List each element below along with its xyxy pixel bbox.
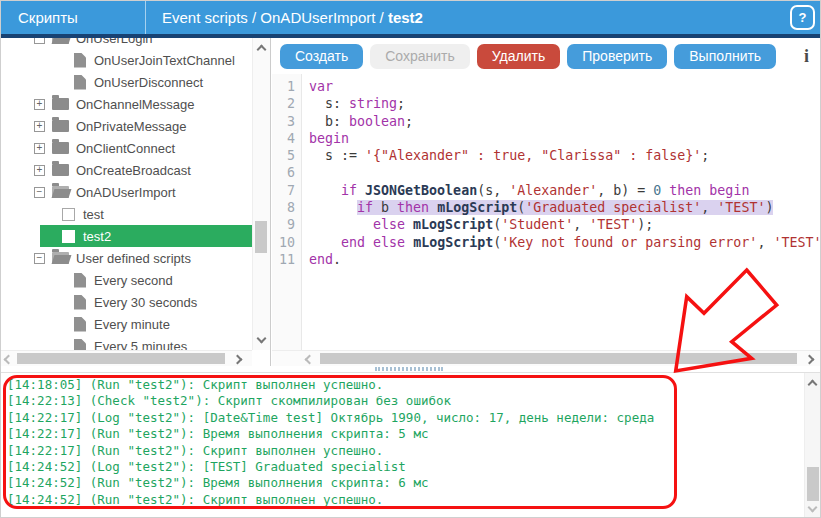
tree-item-onchannelmessage[interactable]: OnChannelMessage — [0, 93, 252, 115]
tree-item-anchor: test2 — [40, 225, 252, 247]
tree-vscroll-thumb[interactable] — [255, 221, 267, 253]
file-icon — [74, 75, 86, 90]
code-line: s := '{"Alexander" : true, "Clarissa" : … — [309, 147, 821, 164]
breadcrumb-path: Event scripts / OnADUserImport / — [162, 9, 388, 26]
log-line: [14:24:52] (Log "test2"): [TEST] Graduat… — [7, 459, 801, 475]
file-icon — [74, 317, 86, 332]
expander-icon[interactable] — [34, 99, 45, 110]
code-line: end else mLogScript('Key not found or pa… — [309, 234, 821, 251]
editor-panel: СоздатьСохранитьУдалитьПроверитьВыполнит… — [272, 38, 821, 366]
scroll-down-icon[interactable] — [808, 503, 818, 513]
scroll-left-icon[interactable] — [4, 355, 14, 365]
header: Скрипты Event scripts / OnADUserImport /… — [0, 0, 821, 34]
code-line: var — [309, 78, 821, 95]
folder-open-icon — [52, 252, 69, 264]
save-button: Сохранить — [370, 44, 470, 69]
tree-item-label: OnUserJoinTextChannel — [94, 53, 235, 68]
scroll-right-icon[interactable] — [805, 355, 815, 365]
expander-icon[interactable] — [34, 187, 45, 198]
tree-item-onuserdisconnect[interactable]: OnUserDisconnect — [0, 71, 252, 93]
code-line: if b then mLogScript('Graduated speciali… — [309, 199, 821, 216]
tree-item-every-30-seconds[interactable]: Every 30 seconds — [0, 291, 252, 313]
file-icon — [74, 53, 86, 68]
tree-item-anchor: test — [40, 203, 252, 225]
tree-item-onuserlogin[interactable]: OnUserLogin — [0, 38, 252, 49]
line-numbers: 1234567891011 — [272, 74, 302, 350]
tree-item-label: test — [83, 207, 104, 222]
highlighted-code: if b then mLogScript('Graduated speciali… — [357, 200, 773, 215]
scroll-down-icon[interactable] — [257, 334, 267, 344]
folder-icon — [52, 142, 69, 154]
tree-item-label: Every minute — [94, 317, 170, 332]
expander-icon[interactable] — [34, 165, 45, 176]
delete-button[interactable]: Удалить — [477, 44, 560, 69]
create-button[interactable]: Создать — [280, 44, 363, 69]
log-line: [14:24:52] (Run "test2"): Время выполнен… — [7, 475, 801, 491]
folder-icon — [52, 164, 69, 176]
tree-item-label: OnClientConnect — [76, 141, 175, 156]
tree-item-onaduserimport[interactable]: OnADUserImport — [0, 181, 252, 203]
tree-item-user-defined-scripts[interactable]: User defined scripts — [0, 247, 252, 269]
help-button[interactable]: ? — [790, 5, 815, 30]
checkbox-icon[interactable] — [62, 208, 75, 221]
editor-hscroll-thumb[interactable] — [320, 353, 797, 364]
code-line: s: string; — [309, 95, 821, 112]
editor-horizontal-scrollbar[interactable] — [272, 350, 821, 366]
check-button[interactable]: Проверить — [567, 44, 667, 69]
tree-item-test2[interactable]: test2 — [0, 225, 252, 247]
folder-open-icon — [52, 186, 69, 198]
expander-icon[interactable] — [34, 38, 45, 44]
checkbox-icon[interactable] — [62, 230, 75, 243]
tree-item-label: OnPrivateMessage — [76, 119, 187, 134]
tree-item-test[interactable]: test — [0, 203, 252, 225]
tree-item-onprivatemessage[interactable]: OnPrivateMessage — [0, 115, 252, 137]
tree-item-label: OnADUserImport — [76, 185, 176, 200]
tree-item-onclientconnect[interactable]: OnClientConnect — [0, 137, 252, 159]
script-tree: OnUserLoginOnUserJoinTextChannelOnUserDi… — [0, 38, 252, 350]
breadcrumb-current: test2 — [388, 9, 423, 26]
tree-item-label: Every 30 seconds — [94, 295, 197, 310]
file-icon — [74, 273, 86, 288]
log-line: [14:24:52] (Run "test2"): Скрипт выполне… — [7, 492, 801, 508]
run-button[interactable]: Выполнить — [674, 44, 776, 69]
log-panel: [14:18:05] (Run "test2"): Скрипт выполне… — [0, 372, 821, 518]
tree-item-label: Every 5 minutes — [94, 339, 187, 351]
tree-item-every-5-minutes[interactable]: Every 5 minutes — [0, 335, 252, 350]
tree-item-label: OnChannelMessage — [76, 97, 195, 112]
folder-icon — [52, 120, 69, 132]
log-line: [14:18:05] (Run "test2"): Скрипт выполне… — [7, 377, 801, 393]
tree-horizontal-scrollbar[interactable] — [0, 350, 252, 366]
scroll-right-icon[interactable] — [233, 355, 243, 365]
expander-icon[interactable] — [34, 253, 45, 264]
log-vertical-scrollbar[interactable] — [804, 373, 821, 518]
tree-item-onuserjointextchannel[interactable]: OnUserJoinTextChannel — [0, 49, 252, 71]
log-line: [14:22:13] (Check "test2"): Скрипт скомп… — [7, 393, 801, 409]
scroll-up-icon[interactable] — [257, 45, 267, 55]
code-line: b: boolean; — [309, 113, 821, 130]
app-title: Скрипты — [0, 0, 146, 34]
file-icon — [74, 339, 86, 351]
folder-open-icon — [52, 38, 69, 44]
code-editor[interactable]: 1234567891011 var s: string; b: boolean;… — [272, 74, 821, 350]
log-vscroll-thumb[interactable] — [807, 467, 819, 501]
tree-hscroll-thumb[interactable] — [17, 353, 225, 364]
tree-item-every-minute[interactable]: Every minute — [0, 313, 252, 335]
tree-item-every-second[interactable]: Every second — [0, 269, 252, 291]
log-line: [14:22:17] (Run "test2"): Время выполнен… — [7, 426, 801, 442]
splitter-grip-icon[interactable] — [375, 367, 443, 371]
code-line: end. — [309, 251, 821, 268]
tree-vertical-scrollbar[interactable] — [252, 38, 270, 350]
code-content[interactable]: var s: string; b: boolean;begin s := '{"… — [302, 74, 821, 350]
info-icon[interactable]: i — [804, 46, 809, 67]
header-accent-strip — [0, 34, 821, 38]
tree-item-label: test2 — [83, 229, 111, 244]
expander-icon[interactable] — [34, 121, 45, 132]
scroll-left-icon[interactable] — [305, 355, 315, 365]
breadcrumb: Event scripts / OnADUserImport / test2 — [146, 9, 790, 26]
code-line: begin — [309, 130, 821, 147]
scroll-up-icon[interactable] — [808, 380, 818, 390]
expander-icon[interactable] — [34, 143, 45, 154]
tree-item-label: OnUserLogin — [76, 38, 153, 46]
tree-item-label: User defined scripts — [76, 251, 191, 266]
tree-item-oncreatebroadcast[interactable]: OnCreateBroadcast — [0, 159, 252, 181]
